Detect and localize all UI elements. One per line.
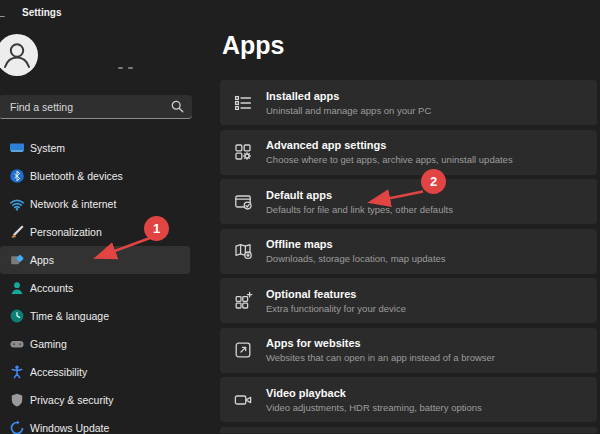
apps-for-websites-icon	[220, 340, 266, 360]
sidebar-item-label: Network & internet	[30, 198, 116, 210]
video-playback-icon	[220, 390, 266, 410]
sidebar-item-accounts[interactable]: Accounts	[0, 274, 190, 302]
sidebar-item-network-internet[interactable]: Network & internet	[0, 190, 190, 218]
sidebar-item-label: Apps	[30, 254, 54, 266]
sidebar-item-label: Privacy & security	[30, 394, 113, 406]
card-title: Optional features	[266, 288, 406, 301]
search-icon	[171, 100, 184, 113]
card-installed-apps[interactable]: Installed apps Uninstall and manage apps…	[220, 80, 597, 125]
card-title: Apps for websites	[266, 337, 495, 350]
advanced-app-settings-icon	[220, 142, 266, 162]
default-apps-icon	[220, 192, 266, 212]
sidebar-item-windows-update[interactable]: Windows Update	[0, 414, 190, 434]
sidebar-item-label: System	[30, 142, 65, 154]
card-apps-for-websites[interactable]: Apps for websites Websites that can open…	[220, 328, 597, 373]
user-label-remnant	[118, 67, 133, 69]
back-icon[interactable]: ←	[0, 7, 7, 23]
card-subtitle: Extra functionality for your device	[266, 303, 406, 314]
card-title: Installed apps	[266, 90, 431, 103]
gaming-icon	[9, 336, 25, 352]
annotation-badge-2: 2	[421, 169, 446, 194]
card-partial-next[interactable]	[220, 427, 597, 433]
sidebar-nav: System Bluetooth & devices Network & int…	[0, 134, 196, 434]
card-offline-maps[interactable]: Offline maps Downloads, storage location…	[220, 229, 597, 274]
sidebar-item-label: Accounts	[30, 282, 73, 294]
card-title: Offline maps	[266, 238, 446, 251]
user-avatar[interactable]	[0, 34, 38, 76]
card-title: Advanced app settings	[266, 139, 513, 152]
installed-apps-icon	[220, 93, 266, 113]
sidebar-item-label: Windows Update	[30, 422, 109, 434]
settings-list: Installed apps Uninstall and manage apps…	[220, 80, 597, 433]
card-subtitle: Video adjustments, HDR streaming, batter…	[266, 402, 482, 413]
card-optional-features[interactable]: Optional features Extra functionality fo…	[220, 278, 597, 323]
sidebar-item-gaming[interactable]: Gaming	[0, 330, 190, 358]
search-input[interactable]	[0, 95, 192, 118]
accounts-icon	[9, 280, 25, 296]
annotation-badge-1: 1	[144, 216, 169, 241]
sidebar-item-label: Personalization	[30, 226, 102, 238]
apps-icon	[9, 252, 25, 268]
sidebar-item-label: Gaming	[30, 338, 67, 350]
bluetooth-icon	[9, 168, 25, 184]
window-title: Settings	[22, 7, 61, 18]
network-icon	[9, 196, 25, 212]
optional-features-icon	[220, 291, 266, 311]
sidebar-item-accessibility[interactable]: Accessibility	[0, 358, 190, 386]
card-default-apps[interactable]: Default apps Defaults for file and link …	[220, 179, 597, 224]
card-video-playback[interactable]: Video playback Video adjustments, HDR st…	[220, 377, 597, 422]
sidebar-item-label: Accessibility	[30, 366, 87, 378]
personalization-icon	[9, 224, 25, 240]
card-subtitle: Choose where to get apps, archive apps, …	[266, 154, 513, 165]
sidebar-item-privacy-security[interactable]: Privacy & security	[0, 386, 190, 414]
card-advanced-app-settings[interactable]: Advanced app settings Choose where to ge…	[220, 130, 597, 175]
sidebar-item-label: Bluetooth & devices	[30, 170, 123, 182]
sidebar-item-label: Time & language	[30, 310, 109, 322]
card-subtitle: Downloads, storage location, map updates	[266, 253, 446, 264]
search-field[interactable]	[0, 95, 192, 119]
sidebar-item-system[interactable]: System	[0, 134, 190, 162]
offline-maps-icon	[220, 241, 266, 261]
sidebar-item-bluetooth-devices[interactable]: Bluetooth & devices	[0, 162, 190, 190]
card-subtitle: Uninstall and manage apps on your PC	[266, 105, 431, 116]
sidebar-item-time-language[interactable]: Time & language	[0, 302, 190, 330]
person-icon	[0, 34, 38, 76]
time-language-icon	[9, 308, 25, 324]
card-subtitle: Websites that can open in an app instead…	[266, 352, 495, 363]
sidebar-item-apps[interactable]: Apps	[0, 246, 190, 274]
privacy-security-icon	[9, 392, 25, 408]
page-title: Apps	[222, 31, 285, 60]
windows-update-icon	[9, 420, 25, 434]
system-icon	[9, 140, 25, 156]
card-title: Video playback	[266, 387, 482, 400]
accessibility-icon	[9, 364, 25, 380]
card-subtitle: Defaults for file and link types, other …	[266, 204, 453, 215]
